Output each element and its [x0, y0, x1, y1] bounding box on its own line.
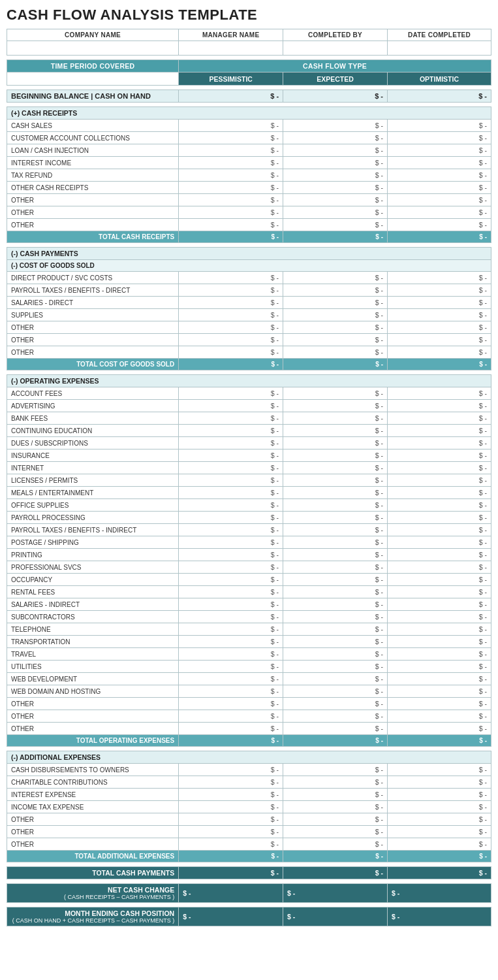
list-item: OTHER $ - $ - $ -: [7, 346, 491, 359]
date-completed-header: DATE COMPLETED: [388, 29, 491, 41]
page: CASH FLOW ANALYSIS TEMPLATE COMPANY NAME…: [0, 0, 498, 939]
beginning-balance-label: BEGINNING BALANCE | CASH ON HAND: [7, 90, 179, 103]
list-item: OTHER $ - $ - $ -: [7, 194, 491, 206]
page-title: CASH FLOW ANALYSIS TEMPLATE: [7, 7, 491, 24]
list-item: TAX REFUND $ - $ - $ -: [7, 169, 491, 182]
net-cash-change-expected[interactable]: $ -: [283, 884, 388, 903]
cash-flow-type-label: CASH FLOW TYPE: [179, 60, 491, 73]
total-cash-payments-optimistic[interactable]: $ -: [388, 867, 491, 879]
list-item: LOAN / CASH INJECTION $ - $ - $ -: [7, 144, 491, 157]
list-item: POSTAGE / SHIPPING $ - $ - $ -: [7, 536, 491, 549]
list-item: INTERNET $ - $ - $ -: [7, 462, 491, 474]
list-item: OFFICE SUPPLIES $ - $ - $ -: [7, 499, 491, 512]
total-operating-pessimistic[interactable]: $ -: [179, 735, 283, 747]
month-ending-optimistic[interactable]: $ -: [388, 907, 491, 926]
list-item: OTHER $ - $ - $ -: [7, 838, 491, 851]
total-cash-payments-row: TOTAL CASH PAYMENTS $ - $ - $ -: [7, 867, 491, 879]
list-item: PROFESSIONAL SVCS $ - $ - $ -: [7, 561, 491, 574]
total-cogs-expected[interactable]: $ -: [283, 359, 388, 370]
total-cogs-label: TOTAL COST OF GOODS SOLD: [7, 359, 179, 370]
total-cash-payments-pessimistic[interactable]: $ -: [179, 867, 283, 879]
beginning-balance-pessimistic[interactable]: $ -: [179, 90, 283, 103]
list-item: SUBCONTRACTORS $ - $ - $ -: [7, 611, 491, 623]
company-input-row: [7, 41, 491, 56]
net-cash-change-sublabel: ( CASH RECEIPTS – CASH PAYMENTS ): [11, 894, 174, 900]
list-item: DIRECT PRODUCT / SVC COSTS $ - $ - $ -: [7, 272, 491, 284]
time-period-header-row: TIME PERIOD COVERED CASH FLOW TYPE: [7, 60, 491, 73]
list-item: ACCOUNT FEES $ - $ - $ -: [7, 387, 491, 400]
list-item: INCOME TAX EXPENSE $ - $ - $ -: [7, 801, 491, 813]
company-name-input[interactable]: [7, 41, 179, 56]
list-item: OTHER $ - $ - $ -: [7, 723, 491, 735]
total-additional-optimistic[interactable]: $ -: [388, 851, 491, 862]
total-operating-expected[interactable]: $ -: [283, 735, 388, 747]
list-item: DUES / SUBSCRIPTIONS $ - $ - $ -: [7, 437, 491, 449]
operating-section-label: (-) OPERATING EXPENSES: [7, 375, 491, 387]
total-cogs-row: TOTAL COST OF GOODS SOLD $ - $ - $ -: [7, 359, 491, 370]
time-period-label: TIME PERIOD COVERED: [7, 60, 179, 73]
list-item: PAYROLL TAXES / BENEFITS - INDIRECT $ - …: [7, 524, 491, 536]
net-cash-change-label: NET CASH CHANGE: [11, 886, 174, 894]
list-item: OTHER CASH RECEIPTS $ - $ - $ -: [7, 182, 491, 194]
total-cogs-pessimistic[interactable]: $ -: [179, 359, 283, 370]
list-item: TRAVEL $ - $ - $ -: [7, 648, 491, 661]
list-item: OCCUPANCY $ - $ - $ -: [7, 574, 491, 586]
list-item: PRINTING $ - $ - $ -: [7, 549, 491, 561]
time-period-input[interactable]: [7, 73, 179, 86]
beginning-balance-row: BEGINNING BALANCE | CASH ON HAND $ - $ -…: [7, 90, 491, 103]
completed-by-header: COMPLETED BY: [283, 29, 388, 41]
list-item: INSURANCE $ - $ - $ -: [7, 449, 491, 462]
company-header-row: COMPANY NAME MANAGER NAME COMPLETED BY D…: [7, 29, 491, 41]
list-item: CASH DISBURSEMENTS TO OWNERS $ - $ - $ -: [7, 764, 491, 776]
total-operating-expenses-label: TOTAL OPERATING EXPENSES: [7, 735, 179, 747]
optimistic-header: OPTIMISTIC: [388, 73, 491, 86]
list-item: OTHER $ - $ - $ -: [7, 219, 491, 231]
list-item: OTHER $ - $ - $ -: [7, 698, 491, 710]
list-item: LICENSES / PERMITS $ - $ - $ -: [7, 474, 491, 487]
cash-payments-header-row: (-) CASH PAYMENTS: [7, 248, 491, 260]
completed-by-input[interactable]: [283, 41, 388, 56]
additional-section-label: (-) ADDITIONAL EXPENSES: [7, 751, 491, 764]
month-ending-pessimistic[interactable]: $ -: [179, 907, 283, 926]
list-item: CUSTOMER ACCOUNT COLLECTIONS $ - $ - $ -: [7, 132, 491, 144]
net-cash-change-row: NET CASH CHANGE ( CASH RECEIPTS – CASH P…: [7, 884, 491, 903]
month-ending-sublabel: ( CASH ON HAND + CASH RECEIPTS – CASH PA…: [11, 917, 174, 924]
total-cash-receipts-row: TOTAL CASH RECEIPTS $ - $ - $ -: [7, 231, 491, 243]
date-completed-input[interactable]: [388, 41, 491, 56]
list-item: WEB DOMAIN AND HOSTING $ - $ - $ -: [7, 685, 491, 698]
beginning-balance-expected[interactable]: $ -: [283, 90, 388, 103]
total-additional-expenses-label: TOTAL ADDITIONAL EXPENSES: [7, 851, 179, 862]
list-item: BANK FEES $ - $ - $ -: [7, 412, 491, 425]
list-item: CASH SALES $ - $ - $ -: [7, 120, 491, 132]
total-cogs-optimistic[interactable]: $ -: [388, 359, 491, 370]
total-cash-receipts-optimistic[interactable]: $ -: [388, 231, 491, 243]
total-cash-receipts-expected[interactable]: $ -: [283, 231, 388, 243]
main-table: COMPANY NAME MANAGER NAME COMPLETED BY D…: [7, 29, 491, 926]
list-item: OTHER $ - $ - $ -: [7, 710, 491, 723]
beginning-balance-optimistic[interactable]: $ -: [388, 90, 491, 103]
list-item: TRANSPORTATION $ - $ - $ -: [7, 636, 491, 648]
month-ending-expected[interactable]: $ -: [283, 907, 388, 926]
list-item: CONTINUING EDUCATION $ - $ - $ -: [7, 425, 491, 437]
list-item: RENTAL FEES $ - $ - $ -: [7, 586, 491, 598]
list-item: SUPPLIES $ - $ - $ -: [7, 309, 491, 321]
total-additional-expected[interactable]: $ -: [283, 851, 388, 862]
total-additional-pessimistic[interactable]: $ -: [179, 851, 283, 862]
total-operating-optimistic[interactable]: $ -: [388, 735, 491, 747]
list-item: UTILITIES $ - $ - $ -: [7, 661, 491, 673]
manager-name-input[interactable]: [179, 41, 283, 56]
list-item: CHARITABLE CONTRIBUTIONS $ - $ - $ -: [7, 776, 491, 789]
manager-name-header: MANAGER NAME: [179, 29, 283, 41]
total-cash-receipts-pessimistic[interactable]: $ -: [179, 231, 283, 243]
list-item: OTHER $ - $ - $ -: [7, 321, 491, 334]
list-item: OTHER $ - $ - $ -: [7, 206, 491, 219]
list-item: OTHER $ - $ - $ -: [7, 826, 491, 838]
operating-expenses-header-row: (-) OPERATING EXPENSES: [7, 375, 491, 387]
company-name-header: COMPANY NAME: [7, 29, 179, 41]
list-item: SALARIES - INDIRECT $ - $ - $ -: [7, 598, 491, 611]
pessimistic-header: PESSIMISTIC: [179, 73, 283, 86]
month-ending-row: MONTH ENDING CASH POSITION ( CASH ON HAN…: [7, 907, 491, 926]
net-cash-change-pessimistic[interactable]: $ -: [179, 884, 283, 903]
net-cash-change-optimistic[interactable]: $ -: [388, 884, 491, 903]
total-cash-payments-expected[interactable]: $ -: [283, 867, 388, 879]
